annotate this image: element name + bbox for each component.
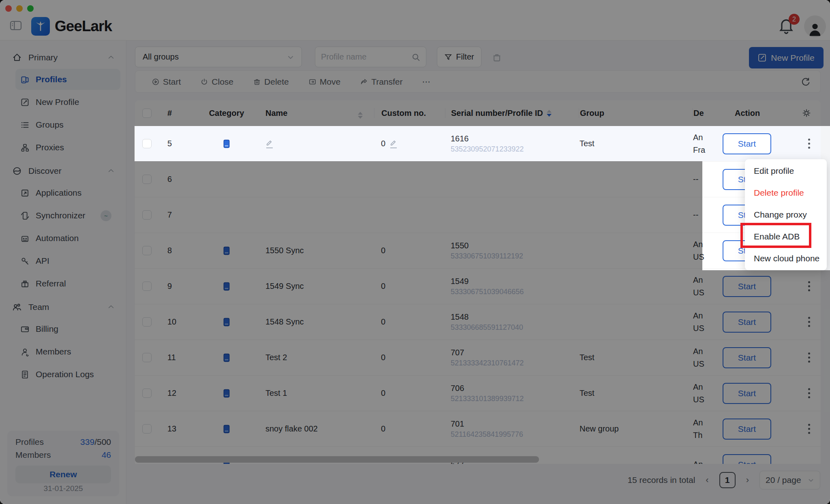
- group-filter-select[interactable]: All groups: [135, 47, 302, 67]
- sort-icon[interactable]: [547, 110, 552, 117]
- horizontal-scrollbar[interactable]: [135, 456, 539, 463]
- notifications-button[interactable]: 2: [777, 17, 797, 36]
- table-row[interactable]: 6--Start: [135, 162, 821, 197]
- row-more-actions-icon[interactable]: [808, 388, 810, 398]
- start-button[interactable]: Start: [723, 419, 771, 440]
- profile-id: 535230952071233922: [451, 144, 524, 154]
- bulk-transfer-button[interactable]: Transfer: [360, 77, 402, 87]
- bulk-play-button[interactable]: Start: [152, 77, 181, 87]
- minimize-window-button[interactable]: [16, 5, 23, 12]
- row-checkbox[interactable]: [142, 246, 152, 255]
- bulk-power-button[interactable]: Close: [200, 77, 233, 87]
- close-window-button[interactable]: [5, 5, 12, 12]
- sidebar-item-profiles[interactable]: Profiles: [15, 69, 120, 90]
- start-button[interactable]: Start: [723, 383, 771, 404]
- table-row[interactable]: 81550 Sync01550533306751039112192AnUSSta…: [135, 233, 821, 269]
- start-button[interactable]: Start: [723, 276, 771, 297]
- records-total: 15 records in total: [627, 475, 695, 485]
- sort-icon[interactable]: [358, 112, 363, 119]
- row-checkbox[interactable]: [142, 317, 152, 327]
- table-row[interactable]: 501616535230952071233922TestAnFraStart: [135, 126, 821, 162]
- edit-pencil-icon[interactable]: [265, 139, 273, 148]
- sidebar-item-proxies[interactable]: Proxies: [15, 137, 120, 158]
- row-checkbox[interactable]: [142, 210, 152, 220]
- start-button[interactable]: Start: [723, 133, 771, 154]
- sidebar-item-referral[interactable]: Referral: [15, 273, 120, 294]
- menu-item-change-proxy[interactable]: Change proxy: [745, 204, 827, 226]
- menu-item-edit-profile[interactable]: Edit profile: [745, 160, 827, 182]
- user-avatar[interactable]: [804, 15, 826, 37]
- sidebar-item-applications[interactable]: Applications: [15, 182, 120, 203]
- new-profile-button[interactable]: New Profile: [749, 47, 824, 68]
- logs-icon: [20, 370, 30, 379]
- sidebar-item-new-profile[interactable]: New Profile: [15, 92, 120, 113]
- table-row[interactable]: 12Test 10706521333101389939712TestAnUSSt…: [135, 376, 821, 411]
- clear-filter-icon[interactable]: [491, 52, 503, 63]
- bulk-move-button[interactable]: Move: [308, 77, 340, 87]
- filter-button[interactable]: Filter: [437, 47, 481, 67]
- sidebar-item-members[interactable]: Members: [15, 341, 120, 362]
- next-page-icon[interactable]: ›: [746, 475, 749, 485]
- sidebar-group-primary[interactable]: Primary: [0, 46, 126, 69]
- current-page[interactable]: 1: [719, 472, 736, 488]
- row-more-actions-icon[interactable]: [808, 352, 810, 363]
- sidebar-item-api[interactable]: API: [15, 250, 120, 271]
- start-button[interactable]: Start: [723, 347, 771, 368]
- start-button[interactable]: Start: [723, 312, 771, 333]
- sidebar-group-discover[interactable]: Discover: [0, 160, 126, 182]
- column-settings-gear-icon[interactable]: [801, 108, 812, 118]
- zoom-window-button[interactable]: [27, 5, 34, 12]
- group-name: Test: [579, 389, 692, 398]
- synchronizer-icon: [20, 211, 30, 220]
- row-checkbox[interactable]: [142, 175, 152, 184]
- device-info: AnUS: [693, 310, 704, 335]
- proxies-icon: [20, 143, 30, 152]
- transfer-icon: [360, 78, 368, 86]
- row-checkbox[interactable]: [142, 139, 152, 148]
- bulk-trash-button[interactable]: Delete: [253, 77, 289, 87]
- edit-pencil-icon[interactable]: [389, 139, 397, 148]
- sidebar-group-label: Primary: [28, 53, 58, 62]
- row-checkbox[interactable]: [142, 424, 152, 434]
- row-number: 7: [154, 210, 197, 220]
- sidebar-item-groups[interactable]: Groups: [15, 114, 120, 135]
- cloud-phone-icon: [222, 389, 231, 398]
- sidebar-item-synchronizer[interactable]: Synchronizer~: [15, 205, 120, 226]
- row-more-actions-icon[interactable]: [808, 424, 810, 434]
- column-header-category: Category: [197, 109, 257, 118]
- table-row[interactable]: 91549 Sync01549533306751039046656AnUSSta…: [135, 269, 821, 304]
- cloud-phone-icon: [222, 425, 231, 434]
- profiles-icon: [20, 75, 30, 84]
- sidebar-group-team[interactable]: Team: [0, 296, 126, 318]
- row-checkbox[interactable]: [142, 282, 152, 291]
- bulk-more-button[interactable]: ⋯: [422, 77, 431, 87]
- bulk-action-label: ⋯: [422, 77, 431, 87]
- prev-page-icon[interactable]: ‹: [706, 475, 708, 485]
- page-size-select[interactable]: 20 / page: [759, 471, 820, 489]
- row-more-actions-icon[interactable]: [808, 139, 810, 149]
- profile-name-search-input[interactable]: Profile name: [315, 47, 426, 67]
- renew-button[interactable]: Renew: [15, 466, 111, 483]
- home-icon: [12, 53, 22, 62]
- menu-item-enable-adb[interactable]: Enable ADB: [745, 226, 827, 248]
- start-button[interactable]: Start: [723, 454, 771, 464]
- members-usage-label: Members: [15, 450, 51, 460]
- row-more-actions-icon[interactable]: [808, 281, 810, 291]
- table-row[interactable]: 101548 Sync01548533306685591127040AnUSSt…: [135, 304, 821, 340]
- select-all-checkbox[interactable]: [142, 109, 152, 118]
- sidebar-item-automation[interactable]: Automation: [15, 228, 120, 249]
- menu-item-new-cloud-phone[interactable]: New cloud phone: [745, 248, 827, 269]
- table-row[interactable]: 11Test 20707521333342310761472TestAnUSSt…: [135, 340, 821, 376]
- table-row[interactable]: 13snoy flake 0020701521164235841995776Ne…: [135, 411, 821, 447]
- row-more-actions-icon[interactable]: [808, 317, 810, 327]
- refresh-icon[interactable]: [801, 77, 811, 87]
- row-checkbox[interactable]: [142, 353, 152, 362]
- sidebar-toggle-icon[interactable]: [10, 20, 22, 31]
- table-row[interactable]: 7--Start: [135, 197, 821, 233]
- row-number: 5: [154, 139, 197, 148]
- sidebar-item-billing[interactable]: Billing: [15, 318, 120, 340]
- row-checkbox[interactable]: [142, 389, 152, 398]
- menu-item-delete-profile[interactable]: Delete profile: [745, 182, 827, 204]
- profiles-usage-label: Profiles: [15, 437, 44, 447]
- sidebar-item-operation-logs[interactable]: Operation Logs: [15, 364, 120, 385]
